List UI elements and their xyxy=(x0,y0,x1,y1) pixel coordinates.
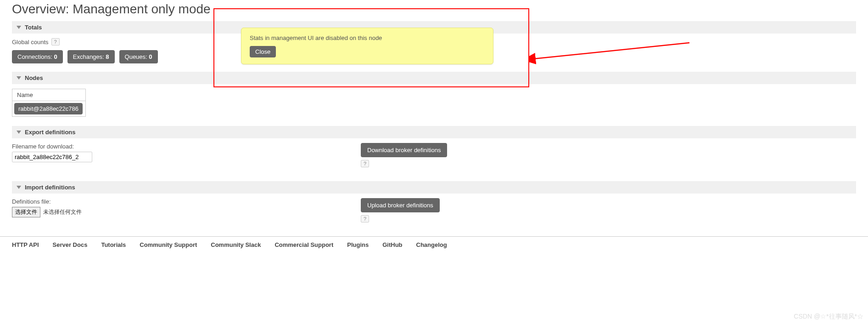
export-filename-label: Filename for download: xyxy=(12,143,361,150)
import-file-label: Definitions file: xyxy=(12,198,361,205)
alert-message: Stats in management UI are disabled on t… xyxy=(250,34,485,41)
export-filename-input[interactable] xyxy=(12,152,92,162)
section-nodes-header[interactable]: Nodes xyxy=(12,72,856,84)
stats-disabled-alert: Stats in management UI are disabled on t… xyxy=(241,28,493,64)
footer-link[interactable]: Server Docs xyxy=(53,241,88,248)
queues-label: Queues: xyxy=(125,53,147,60)
queues-count[interactable]: Queues: 0 xyxy=(119,50,158,63)
nodes-col-name: Name xyxy=(12,89,86,101)
choose-file-button[interactable]: 选择文件 xyxy=(12,207,40,217)
exchanges-label: Exchanges: xyxy=(73,53,104,60)
chevron-down-icon xyxy=(17,186,21,189)
footer-divider xyxy=(0,236,868,237)
chevron-down-icon xyxy=(17,26,21,29)
section-export-header[interactable]: Export definitions xyxy=(12,126,856,138)
help-icon[interactable]: ? xyxy=(361,160,369,167)
footer-links: HTTP API Server Docs Tutorials Community… xyxy=(0,241,868,257)
footer-link[interactable]: HTTP API xyxy=(12,241,39,248)
footer-link[interactable]: Plugins xyxy=(347,241,369,248)
chevron-down-icon xyxy=(17,131,21,134)
section-totals-label: Totals xyxy=(25,24,42,31)
section-import-header[interactable]: Import definitions xyxy=(12,181,856,194)
section-import-label: Import definitions xyxy=(25,184,75,191)
footer-link[interactable]: Changelog xyxy=(416,241,447,248)
footer-link[interactable]: GitHub xyxy=(382,241,402,248)
footer-link[interactable]: Commercial Support xyxy=(274,241,333,248)
section-nodes-label: Nodes xyxy=(25,74,43,81)
footer-link[interactable]: Community Support xyxy=(140,241,197,248)
chevron-down-icon xyxy=(17,76,21,80)
connections-label: Connections: xyxy=(17,53,52,60)
exchanges-value: 8 xyxy=(106,53,109,60)
help-icon[interactable]: ? xyxy=(361,215,369,222)
upload-definitions-button[interactable]: Upload broker definitions xyxy=(361,198,440,212)
download-definitions-button[interactable]: Download broker definitions xyxy=(361,143,447,157)
global-counts-label: Global counts xyxy=(12,39,49,46)
connections-count[interactable]: Connections: 0 xyxy=(12,50,63,63)
queues-value: 0 xyxy=(149,53,152,60)
nodes-table: Name rabbit@2a88ec22c786 xyxy=(12,89,86,117)
section-export-label: Export definitions xyxy=(25,129,76,136)
node-name-badge[interactable]: rabbit@2a88ec22c786 xyxy=(14,103,83,114)
connections-value: 0 xyxy=(54,53,57,60)
page-title: Overview: Management only mode xyxy=(12,2,856,17)
footer-link[interactable]: Tutorials xyxy=(101,241,126,248)
close-button[interactable]: Close xyxy=(250,46,276,57)
table-row: rabbit@2a88ec22c786 xyxy=(12,101,86,117)
footer-link[interactable]: Community Slack xyxy=(211,241,261,248)
no-file-chosen-text: 未选择任何文件 xyxy=(43,209,82,215)
exchanges-count[interactable]: Exchanges: 8 xyxy=(67,50,115,63)
help-icon[interactable]: ? xyxy=(51,38,60,46)
